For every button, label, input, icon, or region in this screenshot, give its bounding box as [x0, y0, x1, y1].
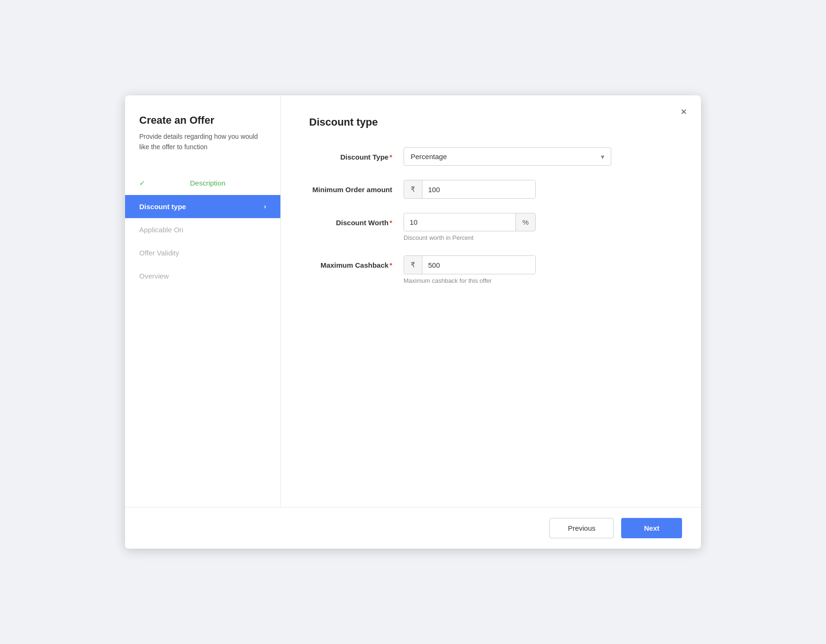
modal: Create an Offer Provide details regardin… — [125, 95, 701, 549]
sidebar: Create an Offer Provide details regardin… — [125, 95, 281, 507]
discount-type-control: Percentage Fixed Amount Cashback ▼ — [404, 147, 611, 166]
minimum-order-control: ₹ — [404, 180, 611, 199]
sidebar-item-label: Discount type — [139, 203, 186, 211]
discount-worth-control: % Discount worth in Percent — [404, 213, 611, 241]
next-button[interactable]: Next — [621, 518, 682, 538]
maximum-cashback-row: Maximum Cashback* ₹ Maximum cashback for… — [309, 255, 673, 284]
rupee-prefix: ₹ — [404, 180, 422, 198]
rupee-prefix: ₹ — [404, 256, 422, 274]
main-content: × Discount type Discount Type* Percentag… — [281, 95, 701, 507]
discount-type-row: Discount Type* Percentage Fixed Amount C… — [309, 147, 673, 166]
percent-suffix: % — [515, 213, 535, 231]
maximum-cashback-input[interactable] — [422, 256, 535, 274]
sidebar-item-label: Offer Validity — [139, 249, 179, 257]
sidebar-item-label: Applicable On — [139, 226, 183, 234]
required-marker: * — [389, 261, 392, 269]
chevron-icon: › — [264, 203, 266, 210]
section-title: Discount type — [309, 116, 673, 128]
discount-type-select-wrap: Percentage Fixed Amount Cashback ▼ — [404, 147, 611, 166]
discount-worth-label: Discount Worth* — [309, 213, 404, 228]
sidebar-item-description[interactable]: ✓ Description — [125, 171, 280, 195]
sidebar-item-label: Overview — [139, 272, 169, 280]
maximum-cashback-control: ₹ Maximum cashback for this offer — [404, 255, 611, 284]
sidebar-item-label: Description — [190, 179, 225, 187]
maximum-cashback-label: Maximum Cashback* — [309, 255, 404, 270]
sidebar-description: Provide details regarding how you would … — [125, 131, 280, 153]
sidebar-item-discount-type[interactable]: Discount type › — [125, 195, 280, 218]
sidebar-item-offer-validity[interactable]: Offer Validity — [125, 241, 280, 264]
discount-worth-input-group: % — [404, 213, 536, 231]
discount-type-select[interactable]: Percentage Fixed Amount Cashback — [404, 147, 611, 166]
sidebar-title: Create an Offer — [125, 114, 280, 127]
modal-footer: Previous Next — [125, 507, 701, 549]
sidebar-nav: ✓ Description Discount type › Applicable… — [125, 171, 280, 288]
required-marker: * — [389, 219, 392, 227]
sidebar-item-applicable-on[interactable]: Applicable On — [125, 218, 280, 241]
maximum-cashback-input-group: ₹ — [404, 255, 536, 274]
minimum-order-input-group: ₹ — [404, 180, 536, 199]
discount-worth-hint: Discount worth in Percent — [404, 234, 611, 241]
minimum-order-label: Minimum Order amount — [309, 180, 404, 195]
previous-button[interactable]: Previous — [549, 518, 614, 538]
check-icon: ✓ — [139, 179, 145, 187]
discount-worth-input[interactable] — [404, 213, 515, 231]
minimum-order-input[interactable] — [422, 180, 535, 198]
required-marker: * — [389, 153, 392, 161]
close-button[interactable]: × — [681, 107, 687, 117]
discount-worth-row: Discount Worth* % Discount worth in Perc… — [309, 213, 673, 241]
modal-body: Create an Offer Provide details regardin… — [125, 95, 701, 507]
sidebar-item-overview[interactable]: Overview — [125, 264, 280, 288]
discount-type-label: Discount Type* — [309, 147, 404, 162]
maximum-cashback-hint: Maximum cashback for this offer — [404, 277, 611, 284]
minimum-order-row: Minimum Order amount ₹ — [309, 180, 673, 199]
